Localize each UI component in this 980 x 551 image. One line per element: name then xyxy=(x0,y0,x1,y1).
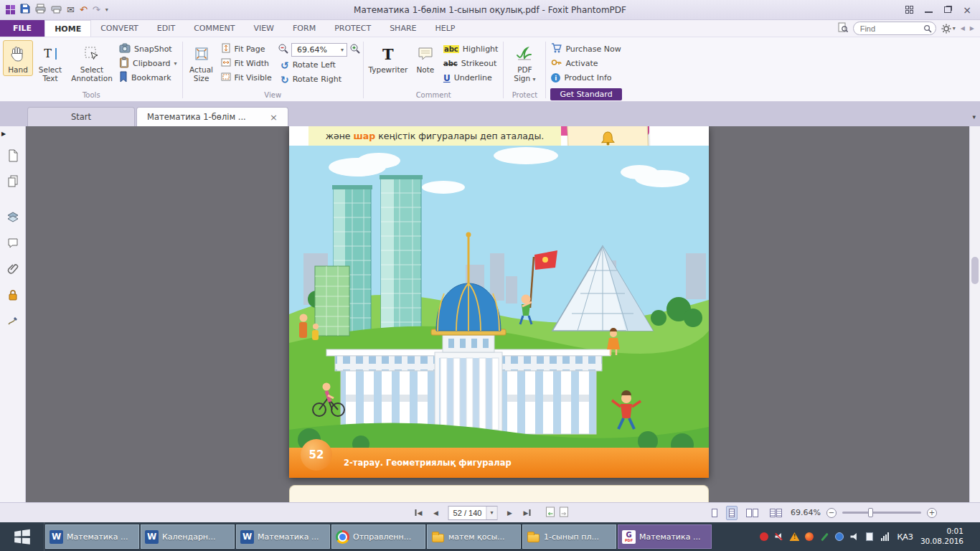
snapshot-button[interactable]: SnapShot xyxy=(116,42,180,56)
doc-tab-start[interactable]: Start xyxy=(27,107,135,126)
tab-home[interactable]: HOME xyxy=(44,20,91,37)
next-view-icon[interactable] xyxy=(560,507,569,519)
save-icon[interactable] xyxy=(20,4,30,16)
next-page-button[interactable]: ▶ xyxy=(503,506,517,520)
ui-options-icon[interactable] xyxy=(905,6,913,14)
signature-panel-icon[interactable] xyxy=(5,314,21,328)
search-icon[interactable] xyxy=(923,24,932,33)
find-next-icon[interactable]: ▶ xyxy=(970,25,974,32)
zoom-in-button[interactable]: + xyxy=(927,508,937,518)
close-button[interactable]: × xyxy=(963,5,971,15)
select-text-button[interactable]: T Select Text xyxy=(33,40,67,85)
tab-help[interactable]: HELP xyxy=(426,20,465,37)
rotate-right-button[interactable]: ↻ Rotate Right xyxy=(278,72,361,86)
undo-icon[interactable]: ↶ xyxy=(80,4,88,15)
find-previous-icon[interactable]: ◀ xyxy=(961,25,965,32)
taskbar-item-word-2[interactable]: W Календарн... xyxy=(141,524,235,549)
previous-page-button[interactable]: ◀ xyxy=(429,506,443,520)
doc-tab-current[interactable]: Математика 1-бөлім ... × xyxy=(136,107,288,126)
zoom-slider-thumb[interactable] xyxy=(868,508,873,517)
continuous-facing-view-icon[interactable] xyxy=(767,506,785,520)
attachments-panel-icon[interactable] xyxy=(5,262,21,276)
security-panel-icon[interactable] xyxy=(5,288,21,302)
zoom-out-button[interactable]: − xyxy=(826,508,837,518)
tab-file[interactable]: FILE xyxy=(0,20,44,37)
strikeout-button[interactable]: abc Strikeout xyxy=(440,57,501,70)
taskbar-item-chrome[interactable]: Отправленн... xyxy=(331,524,425,549)
red-status-icon[interactable] xyxy=(759,532,769,542)
tab-list-caret-icon[interactable]: ▾ xyxy=(972,113,976,121)
rotate-left-button[interactable]: ↺ Rotate Left xyxy=(278,58,361,72)
speaker-icon[interactable] xyxy=(849,532,859,542)
select-annotation-button[interactable]: Select Annotation xyxy=(67,40,116,85)
typewriter-button[interactable]: T Typewriter xyxy=(366,40,410,76)
clock[interactable]: 0:01 30.08.2016 xyxy=(920,527,963,546)
product-info-button[interactable]: i Product Info xyxy=(548,71,623,85)
fit-visible-button[interactable]: Fit Visible xyxy=(218,71,275,85)
last-page-button[interactable]: ▶ xyxy=(520,506,534,520)
doc-tab-close-icon[interactable]: × xyxy=(270,112,278,123)
tab-protect[interactable]: PROTECT xyxy=(325,20,380,37)
scrollbar-thumb[interactable] xyxy=(971,257,979,284)
pen-tool-icon[interactable] xyxy=(819,532,829,542)
hand-tool-button[interactable]: Hand xyxy=(3,40,33,76)
tab-form[interactable]: FORM xyxy=(283,20,325,37)
taskbar-item-folder-2[interactable]: 1-сынып пл... xyxy=(522,524,616,549)
fit-page-button[interactable]: Fit Page xyxy=(218,42,275,56)
taskbar-item-foxit[interactable]: GPDF Математика ... xyxy=(618,524,712,549)
single-page-view-icon[interactable] xyxy=(709,506,720,520)
find-options-gear-icon[interactable]: ▾ xyxy=(941,24,956,34)
expand-panel-icon[interactable]: ▶ xyxy=(1,131,6,137)
restore-button[interactable] xyxy=(944,6,951,13)
tab-comment[interactable]: COMMENT xyxy=(184,20,244,37)
find-document-icon[interactable] xyxy=(838,22,848,34)
continuous-view-icon[interactable] xyxy=(726,506,738,520)
zoom-slider[interactable] xyxy=(842,512,921,514)
app-menu-icon[interactable] xyxy=(6,5,15,14)
zoom-in-icon[interactable] xyxy=(349,43,361,57)
tab-edit[interactable]: EDIT xyxy=(148,20,184,37)
quick-print-icon[interactable] xyxy=(51,4,62,16)
antivirus-ball-icon[interactable] xyxy=(804,532,814,542)
underline-button[interactable]: U Underline xyxy=(440,71,501,85)
blue-app-icon[interactable] xyxy=(834,532,844,542)
page-number-input[interactable] xyxy=(449,509,486,517)
taskbar-item-word-1[interactable]: W Математика ... xyxy=(45,524,139,549)
print-icon[interactable] xyxy=(35,4,46,16)
bookmark-button[interactable]: Bookmark xyxy=(116,71,180,85)
highlight-button[interactable]: abc Highlight xyxy=(440,42,501,56)
minimize-button[interactable] xyxy=(925,6,933,13)
taskbar-item-word-3[interactable]: W Математика ... xyxy=(236,524,330,549)
vertical-scrollbar[interactable] xyxy=(969,126,980,502)
zoom-level-combo[interactable]: 69.64% ▾ xyxy=(291,43,347,57)
redo-icon[interactable]: ↷ xyxy=(93,4,100,15)
activate-button[interactable]: Activate xyxy=(548,57,623,70)
clipboard-button[interactable]: Clipboard ▾ xyxy=(116,57,180,70)
previous-view-icon[interactable] xyxy=(546,507,555,519)
start-button[interactable] xyxy=(0,522,44,551)
pages-panel-icon[interactable] xyxy=(5,174,21,189)
actual-size-button[interactable]: Actual Size xyxy=(185,40,218,85)
warning-icon[interactable]: ! xyxy=(789,532,799,542)
language-indicator[interactable]: ҚАЗ xyxy=(897,532,913,542)
tab-view[interactable]: VIEW xyxy=(244,20,283,37)
layers-panel-icon[interactable] xyxy=(5,210,21,225)
find-input[interactable] xyxy=(860,24,923,33)
taskbar-item-folder-1[interactable]: матем қосы... xyxy=(427,524,521,549)
first-page-button[interactable]: ◀ xyxy=(412,506,426,520)
tab-convert[interactable]: CONVERT xyxy=(91,20,148,37)
network-signal-icon[interactable] xyxy=(880,532,890,542)
email-icon[interactable]: ✉ xyxy=(67,4,75,15)
pdf-sign-button[interactable]: PDF Sign ▾ xyxy=(506,40,543,85)
fit-width-button[interactable]: Fit Width xyxy=(218,57,275,70)
muted-speaker-icon[interactable] xyxy=(774,532,784,542)
bookmarks-panel-icon[interactable] xyxy=(5,149,21,163)
purchase-now-button[interactable]: Purchase Now xyxy=(548,42,623,56)
note-button[interactable]: Note xyxy=(410,40,440,76)
facing-view-icon[interactable] xyxy=(743,506,761,520)
document-tray-icon[interactable] xyxy=(864,532,875,542)
comments-panel-icon[interactable] xyxy=(5,236,21,250)
qat-customize-caret-icon[interactable]: ▾ xyxy=(105,6,108,13)
page-combo-caret-icon[interactable]: ▾ xyxy=(486,507,497,519)
zoom-out-icon[interactable] xyxy=(278,43,289,57)
